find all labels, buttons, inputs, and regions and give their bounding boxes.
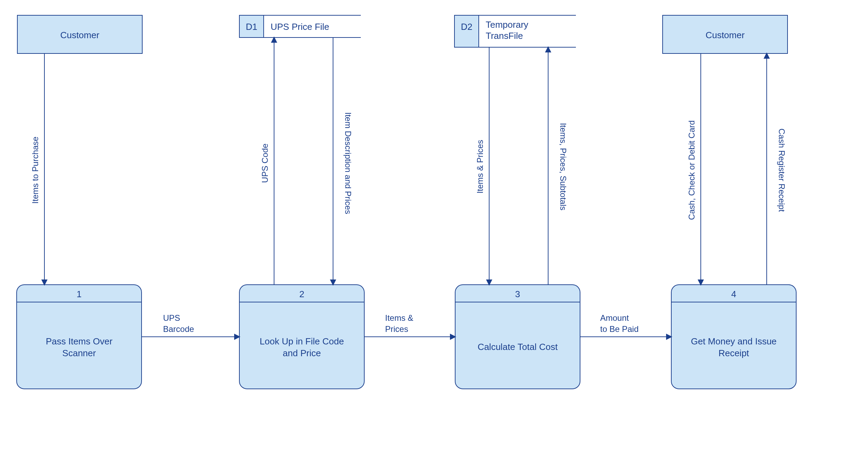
datastore-d2-id: D2 (461, 22, 472, 32)
svg-rect-12 (455, 285, 580, 389)
flow-items-prices-h-label-line1: Items & (385, 313, 413, 323)
flow-items-prices-subtotals-label: Items, Prices, Subtotals (559, 123, 568, 210)
datastore-d2-label-line2: TransFile (486, 31, 523, 41)
entity-customer-right-label: Customer (706, 30, 745, 40)
process-1-label-line1: Pass Items Over (46, 336, 112, 347)
flow-ups-barcode-label-line2: Barcode (163, 324, 194, 334)
flow-ups-barcode-label-line1: UPS (163, 313, 180, 323)
flow-items-prices-v-label: Items & Prices (475, 140, 485, 194)
flow-cash-register-receipt: Cash Register Receipt (767, 53, 786, 285)
flow-cash-register-receipt-label: Cash Register Receipt (777, 128, 786, 212)
flow-amount-to-be-paid: Amount to Be Paid (580, 313, 671, 337)
process-1-label-line2: Scanner (62, 348, 96, 358)
process-1: 1 Pass Items Over Scanner (17, 285, 142, 389)
entity-customer-right: Customer (663, 15, 788, 53)
dfd-diagram: Customer Customer D1 UPS Price File D2 T… (0, 0, 868, 459)
process-2-num: 2 (299, 289, 304, 299)
flow-ups-barcode: UPS Barcode (142, 313, 239, 337)
flow-cash-check-debit-label: Cash, Check or Debit Card (687, 120, 696, 220)
process-4-label-line2: Receipt (718, 348, 749, 358)
datastore-d1-id: D1 (246, 22, 257, 32)
flow-cash-check-debit: Cash, Check or Debit Card (687, 53, 701, 285)
entity-customer-left: Customer (17, 15, 142, 53)
flow-items-prices-h-label-line2: Prices (385, 324, 408, 334)
datastore-d1-label: UPS Price File (271, 22, 329, 32)
flow-items-prices-subtotals: Items, Prices, Subtotals (548, 47, 568, 285)
flow-items-prices-h: Items & Prices (364, 313, 455, 337)
process-1-num: 1 (77, 289, 82, 299)
process-4-label-line1: Get Money and Issue (691, 336, 776, 347)
flow-amount-paid-label-line2: to Be Paid (600, 324, 639, 334)
process-3-num: 3 (515, 289, 520, 299)
flow-amount-paid-label-line1: Amount (600, 313, 629, 323)
flow-ups-code: UPS Code (260, 37, 274, 285)
flow-item-desc-prices-label: Item Description and Prices (343, 112, 353, 214)
flow-items-to-purchase: Items to Purchase (31, 53, 44, 285)
datastore-d2: D2 Temporary TransFile (454, 15, 576, 47)
flow-items-to-purchase-label: Items to Purchase (31, 136, 40, 203)
process-3: 3 Calculate Total Cost (455, 285, 580, 389)
process-2-label-line2: and Price (283, 348, 321, 358)
flow-items-prices-v: Items & Prices (475, 47, 489, 285)
process-4-num: 4 (731, 289, 736, 299)
process-2-label-line1: Look Up in File Code (260, 336, 344, 347)
process-3-label: Calculate Total Cost (478, 342, 558, 352)
process-4: 4 Get Money and Issue Receipt (671, 285, 796, 389)
flow-item-desc-prices: Item Description and Prices (333, 37, 353, 285)
process-2: 2 Look Up in File Code and Price (239, 285, 364, 389)
datastore-d2-label-line1: Temporary (486, 19, 528, 30)
datastore-d1: D1 UPS Price File (239, 15, 361, 37)
entity-customer-left-label: Customer (60, 30, 100, 40)
flow-ups-code-label: UPS Code (260, 143, 270, 183)
